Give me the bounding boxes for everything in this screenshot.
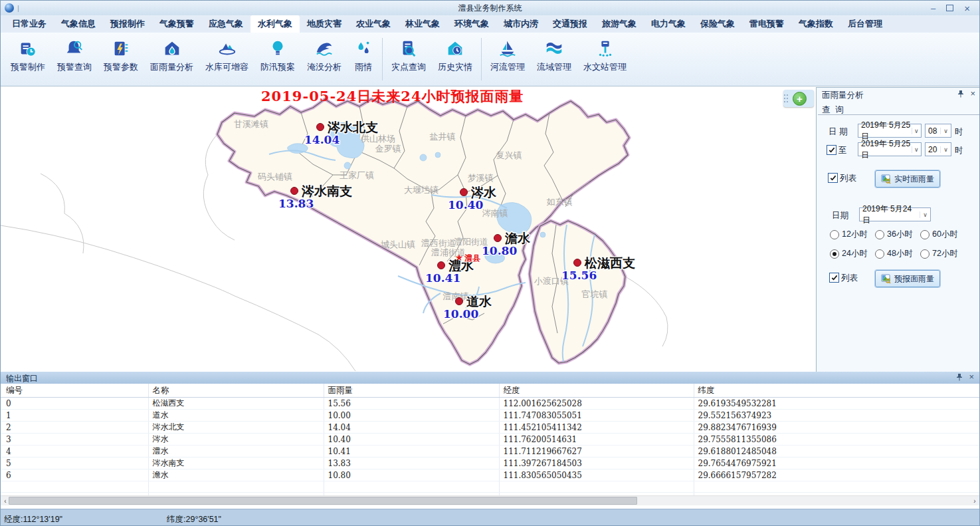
- realtime-list-checkbox[interactable]: [828, 173, 838, 183]
- horizontal-scrollbar[interactable]: ‹ ›: [1, 495, 979, 505]
- menu-tab-后台管理[interactable]: 后台管理: [840, 15, 890, 33]
- toolbar-separator: [481, 38, 482, 80]
- table-cell: 5: [1, 458, 148, 469]
- chevron-down-icon: ∨: [940, 146, 951, 153]
- duration-radio-48小时[interactable]: 48小时: [875, 248, 920, 259]
- start-date-select[interactable]: 2019年 5月25日∨: [858, 124, 922, 138]
- maximize-button[interactable]: [946, 4, 953, 13]
- duration-radio-60小时[interactable]: 60小时: [920, 229, 968, 240]
- table-row[interactable]: 5涔水南支13.83111.39726718450329.76544769759…: [1, 458, 980, 469]
- menu-tab-保险气象[interactable]: 保险气象: [693, 15, 742, 33]
- table-cell: 112.001625625028: [499, 398, 694, 410]
- table-row[interactable]: 4澧水10.41111.71121966762729.6188012485048: [1, 446, 980, 458]
- chevron-down-icon: ∨: [912, 128, 921, 134]
- toolbar-flood-plan-button[interactable]: 防汛预案: [254, 37, 301, 75]
- toolbar-alert-create-button[interactable]: 预警制作: [5, 37, 51, 75]
- menu-tab-电力气象[interactable]: 电力气象: [644, 15, 693, 33]
- toolbar-reservoir-capacity-button[interactable]: 水库可增容: [199, 37, 254, 75]
- menu-tab-水利气象[interactable]: 水利气象: [250, 15, 300, 33]
- menu-tab-日常业务[interactable]: 日常业务: [5, 15, 54, 33]
- table-cell: 1: [1, 410, 148, 422]
- pin-icon[interactable]: [955, 373, 963, 381]
- toolbar-inundation-analysis-button[interactable]: 淹没分析: [301, 37, 347, 75]
- toolbar-alert-params-button[interactable]: 预警参数: [98, 37, 144, 75]
- table-cell: 111.747083055051: [499, 410, 694, 422]
- end-date-select[interactable]: 2019年 5月25日∨: [858, 142, 922, 156]
- reservoir-capacity-icon: [217, 39, 237, 59]
- map-canvas[interactable]: 甘溪滩镇盐井镇复兴镇供山林场金罗镇码头铺镇王家厂镇大堰垱镇梦溪镇涔南镇如东镇城头…: [1, 87, 817, 372]
- menu-tab-交通预报[interactable]: 交通预报: [545, 15, 595, 33]
- maximize-icon: [946, 5, 953, 11]
- basin-label: 澹水: [504, 231, 531, 245]
- table-cell: 10.80: [324, 469, 499, 481]
- end-hour-select[interactable]: 20∨: [925, 142, 951, 156]
- duration-radio-12小时[interactable]: 12小时: [830, 229, 875, 240]
- table-cell: 2: [1, 422, 148, 434]
- duration-radio-36小时[interactable]: 36小时: [875, 229, 920, 240]
- table-cell: 29.6188012485048: [694, 446, 980, 458]
- toolbar-river-manage-button[interactable]: 河流管理: [484, 37, 531, 75]
- table-empty-row: [1, 481, 980, 493]
- table-row[interactable]: 0松滋西支15.56112.00162562502829.61935495322…: [1, 398, 980, 410]
- radio-icon: [920, 230, 930, 239]
- menu-tab-城市内涝[interactable]: 城市内涝: [496, 15, 545, 33]
- table-row[interactable]: 2涔水北支14.04111.45210541134229.88234767169…: [1, 422, 980, 434]
- toolbar-rain-condition-button[interactable]: 雨情: [347, 37, 379, 75]
- town-label: 供山林场: [361, 134, 395, 144]
- table-cell: 29.7654476975921: [694, 458, 980, 469]
- town-label: 甘溪滩镇: [234, 119, 268, 129]
- toolbar-disaster-history-button[interactable]: 历史灾情: [432, 37, 478, 75]
- radio-icon: [830, 230, 839, 239]
- menu-tab-林业气象[interactable]: 林业气象: [398, 15, 447, 33]
- menu-tab-地质灾害[interactable]: 地质灾害: [300, 15, 349, 33]
- table-row[interactable]: 3涔水10.40111.7620051463129.7555811355086: [1, 434, 980, 446]
- menu-tab-应急气象[interactable]: 应急气象: [201, 15, 250, 33]
- duration-radio-24小时[interactable]: 24小时: [830, 248, 875, 259]
- county-seat-star-icon: ★: [455, 252, 464, 263]
- forecast-date-select[interactable]: 2019年 5月24日∨: [859, 207, 931, 221]
- town-label: 王家厂镇: [340, 170, 374, 180]
- to-checkbox[interactable]: [827, 145, 836, 155]
- town-label: 梦溪镇: [468, 173, 494, 183]
- longitude-readout: 经度:112°13'19": [4, 514, 62, 525]
- scrollbar-thumb[interactable]: [9, 497, 637, 505]
- duration-radio-72小时[interactable]: 72小时: [920, 248, 968, 259]
- basin-marker-icon: [460, 189, 468, 196]
- menu-tab-农业气象[interactable]: 农业气象: [349, 15, 398, 33]
- close-button[interactable]: ×: [964, 4, 970, 13]
- basin-label: 涔水南支: [301, 184, 352, 198]
- table-cell: 29.8823476716939: [694, 422, 980, 434]
- table-row[interactable]: 1道水10.00111.74708305505129.552156374923: [1, 410, 980, 422]
- close-icon[interactable]: ×: [969, 373, 974, 381]
- table-cell: 111.76200514631: [499, 434, 694, 446]
- menu-tab-气象指数[interactable]: 气象指数: [791, 15, 840, 33]
- town-label: 城头山镇: [381, 239, 415, 249]
- scroll-right-icon[interactable]: ›: [970, 497, 979, 505]
- forecast-list-checkbox[interactable]: [829, 273, 839, 283]
- output-header: 输出窗口 ×: [1, 372, 979, 384]
- rain-analysis-panel: 面雨量分析 × 查 询 日 期 2019年 5月25日∨ 08∨ 时 至 201…: [817, 87, 980, 372]
- pin-icon[interactable]: [957, 90, 965, 98]
- minimize-button[interactable]: –: [931, 4, 935, 13]
- forecast-rain-button[interactable]: 预报面雨量: [875, 270, 940, 287]
- toolbar-hydro-station-manage-button[interactable]: 水文站管理: [577, 37, 633, 75]
- map-add-button[interactable]: +: [783, 90, 814, 107]
- table-cell: 10.41: [324, 446, 499, 458]
- menu-tab-雷电预警[interactable]: 雷电预警: [742, 15, 791, 33]
- toolbar-alert-query-button[interactable]: 预警查询: [51, 37, 98, 75]
- start-hour-select[interactable]: 08∨: [925, 124, 951, 138]
- column-header: 名称: [148, 384, 324, 398]
- toolbar-basin-manage-button[interactable]: 流域管理: [531, 37, 577, 75]
- menu-tab-气象预警[interactable]: 气象预警: [152, 15, 201, 33]
- menu-tab-气象信息[interactable]: 气象信息: [54, 15, 103, 33]
- menu-tab-旅游气象[interactable]: 旅游气象: [595, 15, 644, 33]
- table-row[interactable]: 6澹水10.80111.83056505043529.6666157957282: [1, 469, 980, 481]
- toolbar-area-rain-analysis-button[interactable]: 面雨量分析: [144, 37, 199, 75]
- menu-tab-预报制作[interactable]: 预报制作: [103, 15, 152, 33]
- toolbar-disaster-point-query-button[interactable]: 灾点查询: [385, 37, 432, 75]
- realtime-rain-button[interactable]: 实时面雨量: [875, 170, 940, 188]
- close-icon[interactable]: ×: [970, 90, 975, 98]
- basin-rainfall-value: 10.40: [448, 198, 483, 211]
- basin-label: 涔水北支: [327, 120, 378, 134]
- menu-tab-环境气象[interactable]: 环境气象: [447, 15, 496, 33]
